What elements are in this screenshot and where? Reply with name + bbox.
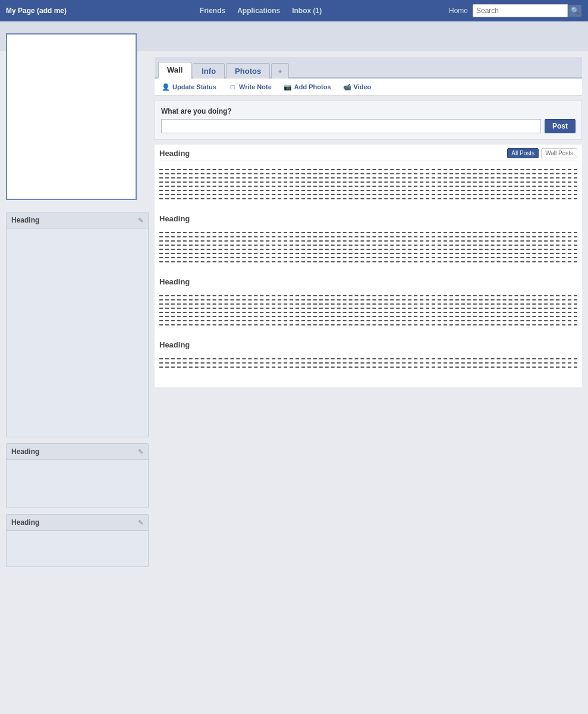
dash-line — [159, 367, 577, 368]
dash-line — [159, 181, 577, 183]
dash-line — [159, 316, 577, 317]
wall-heading-row: Heading All Posts Wall Posts — [159, 145, 577, 161]
dash-line — [159, 253, 577, 254]
video-label: Video — [354, 83, 372, 90]
content-section-1 — [159, 164, 577, 205]
wall-heading-text: Heading — [159, 149, 507, 158]
sidebar-box-1-edit[interactable]: ✎ — [138, 217, 143, 224]
search-button[interactable]: 🔍 — [568, 4, 582, 17]
section-3-heading: Heading — [159, 277, 577, 286]
video-button[interactable]: 📹 Video — [341, 82, 374, 92]
update-status-button[interactable]: 👤 Update Status — [159, 82, 219, 92]
dash-line — [159, 194, 577, 195]
applications-link[interactable]: Applications — [237, 7, 280, 15]
right-column: Wall Info Photos + 👤 Update Status □ Wri… — [155, 57, 582, 567]
dash-line — [159, 177, 577, 178]
video-icon: 📹 — [343, 83, 351, 91]
sidebar-box-3-body — [7, 531, 148, 566]
content-section-3 — [159, 290, 577, 331]
dash-line — [159, 245, 577, 246]
inbox-link[interactable]: Inbox (1) — [292, 7, 322, 15]
sidebar-box-2-heading: Heading — [11, 447, 39, 456]
dash-line — [159, 169, 577, 170]
section-2-heading: Heading — [159, 214, 577, 223]
dash-line — [159, 240, 577, 242]
post-button[interactable]: Post — [545, 119, 576, 133]
dash-line — [159, 295, 577, 296]
wall-posts-filter[interactable]: Wall Posts — [541, 148, 577, 158]
dash-line — [159, 236, 577, 237]
sidebar-box-1-heading: Heading — [11, 216, 39, 224]
sidebar-box-3: Heading ✎ — [6, 514, 149, 567]
note-icon: □ — [228, 83, 237, 91]
profile-photo-box — [6, 33, 137, 200]
write-note-label: Write Note — [239, 83, 272, 90]
add-photos-label: Add Photos — [294, 83, 331, 90]
update-status-label: Update Status — [172, 83, 216, 90]
camera-icon: 📷 — [284, 83, 292, 91]
sidebar-box-2-header: Heading ✎ — [7, 444, 148, 460]
status-input-row: Post — [161, 119, 576, 133]
brand-logo: My Page (add me) — [6, 7, 67, 15]
sidebar-box-1-body — [7, 228, 148, 437]
sidebar-box-3-edit[interactable]: ✎ — [138, 519, 143, 527]
dash-line — [159, 312, 577, 313]
dash-line — [159, 198, 577, 199]
dash-line — [159, 303, 577, 305]
dash-line — [159, 358, 577, 359]
sidebar-box-1-header: Heading ✎ — [7, 212, 148, 228]
friends-link[interactable]: Friends — [200, 7, 225, 15]
tab-add[interactable]: + — [271, 63, 289, 79]
tab-wall[interactable]: Wall — [158, 62, 191, 79]
tabs-bar: Wall Info Photos + — [155, 57, 582, 79]
write-note-button[interactable]: □ Write Note — [226, 82, 274, 92]
dash-line — [159, 362, 577, 364]
wall-filter-buttons: All Posts Wall Posts — [507, 148, 577, 158]
dash-line — [159, 173, 577, 174]
dash-line — [159, 299, 577, 300]
action-bar: 👤 Update Status □ Write Note 📷 Add Photo… — [155, 79, 582, 96]
sidebar-box-2: Heading ✎ — [6, 443, 149, 508]
dash-line — [159, 249, 577, 250]
nav-links: Friends Applications Inbox (1) — [73, 7, 449, 15]
sidebar-box-1: Heading ✎ — [6, 212, 149, 437]
tab-info[interactable]: Info — [193, 63, 225, 79]
section-4-heading: Heading — [159, 340, 577, 349]
tab-photos[interactable]: Photos — [226, 63, 270, 79]
status-label: What are you doing? — [161, 107, 576, 115]
top-navigation: My Page (add me) Friends Applications In… — [0, 0, 588, 21]
add-photos-button[interactable]: 📷 Add Photos — [281, 82, 334, 92]
search-input[interactable] — [473, 4, 568, 17]
search-wrap: 🔍 — [473, 4, 582, 17]
content-section-2 — [159, 227, 577, 268]
dash-line — [159, 324, 577, 325]
all-posts-filter[interactable]: All Posts — [507, 148, 539, 158]
sidebar-box-3-heading: Heading — [11, 518, 39, 527]
content-section-4 — [159, 353, 577, 373]
dash-line — [159, 261, 577, 262]
sidebar-box-2-edit[interactable]: ✎ — [138, 448, 143, 456]
user-icon: 👤 — [162, 83, 170, 91]
dash-line — [159, 232, 577, 233]
sidebar-box-3-header: Heading ✎ — [7, 515, 148, 531]
sidebar-box-2-body — [7, 460, 148, 508]
dash-line — [159, 186, 577, 187]
dash-line — [159, 308, 577, 309]
dash-line — [159, 320, 577, 321]
wall-area: Heading All Posts Wall Posts Heading — [155, 145, 582, 387]
dash-line — [159, 257, 577, 258]
dash-line — [159, 190, 577, 191]
main-layout: Heading ✎ Heading ✎ Heading ✎ Wall — [0, 51, 588, 573]
left-column: Heading ✎ Heading ✎ Heading ✎ — [6, 57, 149, 567]
status-area: What are you doing? Post — [155, 101, 582, 140]
home-link[interactable]: Home — [449, 7, 468, 15]
status-text-input[interactable] — [161, 119, 541, 133]
